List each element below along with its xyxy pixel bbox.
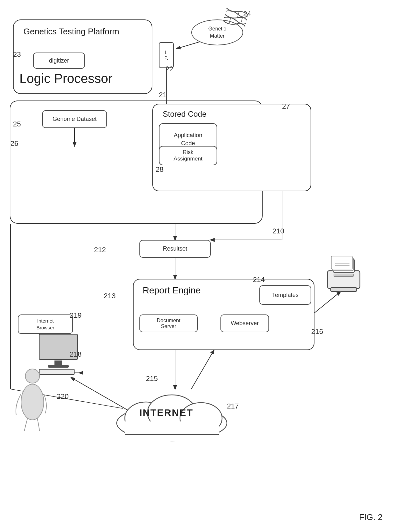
printer-icon <box>321 256 366 298</box>
label-212: 212 <box>94 246 106 254</box>
genetics-platform-title: Genetics Testing Platform <box>23 27 119 37</box>
svg-rect-23 <box>334 274 353 277</box>
svg-rect-22 <box>327 271 360 289</box>
label-219: 219 <box>70 311 82 320</box>
stored-code-title: Stored Code <box>163 110 207 119</box>
ip-box: I.P. <box>159 42 174 68</box>
fig-label: FIG. 2 <box>359 512 383 522</box>
svg-rect-35 <box>125 421 219 441</box>
label-216: 216 <box>311 327 323 336</box>
svg-line-20 <box>229 18 231 24</box>
diagram-container: Genetics Testing Platform digitizer 23 I… <box>0 0 402 532</box>
label-25: 25 <box>13 120 21 128</box>
label-22: 22 <box>165 65 173 73</box>
label-23: 23 <box>13 50 21 59</box>
label-215: 215 <box>146 374 158 383</box>
svg-point-37 <box>25 369 40 383</box>
digitizer-box: digitizer <box>33 53 85 69</box>
label-27: 27 <box>282 102 290 111</box>
cloud-text: INTERNET <box>139 407 193 418</box>
webserver-box: Webserver <box>220 314 269 332</box>
label-218: 218 <box>70 350 82 359</box>
report-engine-title: Report Engine <box>143 285 201 296</box>
templates-box: Templates <box>259 285 311 305</box>
document-server-box: Document Server <box>139 314 198 332</box>
label-28: 28 <box>156 165 163 174</box>
internet-browser-box: InternetBrowser <box>18 314 73 334</box>
resultset-box: Resultset <box>139 240 211 258</box>
label-21: 21 <box>159 91 167 99</box>
svg-rect-30 <box>331 288 357 291</box>
logic-processor-title: Logic Processor <box>19 71 112 86</box>
svg-line-12 <box>191 350 214 389</box>
computer-stand <box>54 361 62 365</box>
label-214: 214 <box>253 276 265 284</box>
svg-point-38 <box>21 384 44 420</box>
label-220: 220 <box>57 392 69 401</box>
label-26: 26 <box>10 139 18 148</box>
genome-dataset-box: Genome Dataset <box>42 110 107 128</box>
label-213: 213 <box>104 292 116 300</box>
label-217: 217 <box>227 402 239 410</box>
label-210: 210 <box>272 227 284 235</box>
person-silhouette <box>13 366 52 431</box>
risk-assignment-box: Risk Assignment <box>159 146 217 165</box>
svg-rect-26 <box>331 256 352 269</box>
